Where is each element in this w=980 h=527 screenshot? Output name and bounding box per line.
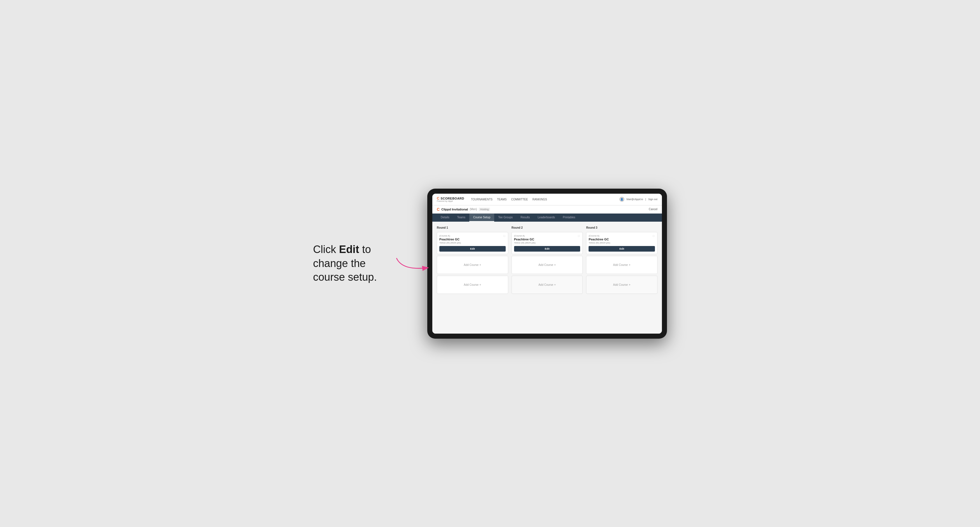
instruction-text: Click Edit tochange thecourse setup. xyxy=(313,243,377,284)
instruction-bold: Edit xyxy=(339,243,359,255)
round-1-delete-icon[interactable]: □ xyxy=(502,234,506,238)
round-1-add-course-2[interactable]: Add Course+ xyxy=(437,276,508,294)
round-3-header: Round 3 xyxy=(586,226,657,229)
round-3-course-tag: (Course A) xyxy=(589,235,655,237)
round-2-add-course-2: Add Course+ xyxy=(512,276,583,294)
round-1-column: Round 1 □ (Course A) Peachtree GC Yellow… xyxy=(437,226,508,294)
round-3-course-name: Peachtree GC xyxy=(589,238,655,241)
rounds-grid: Round 1 □ (Course A) Peachtree GC Yellow… xyxy=(437,226,657,294)
round-1-add-plus-2: + xyxy=(479,283,481,286)
top-nav: C SCOREBOARD Powered by clippd TOURNAMEN… xyxy=(432,194,662,205)
hosting-badge: Hosting xyxy=(479,208,490,211)
round-1-course-details: Yellow (M) (6629 yds) xyxy=(439,241,506,244)
tab-results[interactable]: Results xyxy=(517,214,534,222)
brand: C SCOREBOARD Powered by clippd xyxy=(437,197,464,202)
tablet-screen: C SCOREBOARD Powered by clippd TOURNAMEN… xyxy=(432,194,662,333)
round-1-course-tag: (Course A) xyxy=(439,235,506,237)
round-3-add-course-2: Add Course+ xyxy=(586,276,657,294)
tab-leaderboards[interactable]: Leaderboards xyxy=(534,214,559,222)
brand-title: C SCOREBOARD xyxy=(437,197,464,200)
round-1-edit-button[interactable]: Edit xyxy=(439,246,506,252)
main-content: Round 1 □ (Course A) Peachtree GC Yellow… xyxy=(432,222,662,333)
tab-bar: Details Teams Course Setup Tee Groups Re… xyxy=(432,214,662,222)
tab-printables[interactable]: Printables xyxy=(559,214,579,222)
nav-right: 👤 blair@clippd.io | Sign out xyxy=(619,197,658,202)
c-logo-small: C xyxy=(437,207,440,211)
tab-course-setup[interactable]: Course Setup xyxy=(469,214,494,222)
round-2-edit-button[interactable]: Edit xyxy=(514,246,581,252)
page-wrapper: Click Edit tochange thecourse setup. C S… xyxy=(0,178,980,350)
round-3-column: Round 3 □ (Course A) Peachtree GC Yellow… xyxy=(586,226,657,294)
pink-arrow-icon xyxy=(394,255,433,272)
tournament-info: C Clippd Invitational (Men) Hosting xyxy=(437,207,490,211)
round-2-delete-icon[interactable]: □ xyxy=(577,234,581,238)
round-3-add-course-1[interactable]: Add Course+ xyxy=(586,256,657,274)
round-1-course-card: □ (Course A) Peachtree GC Yellow (M) (66… xyxy=(437,232,508,254)
nav-separator: | xyxy=(645,198,646,201)
nav-tournaments[interactable]: TOURNAMENTS xyxy=(471,197,493,202)
round-1-add-course-text-1: Add Course+ xyxy=(464,263,481,267)
sign-out-link[interactable]: Sign out xyxy=(648,198,657,201)
round-2-add-plus-2: + xyxy=(554,283,556,286)
sub-header: C Clippd Invitational (Men) Hosting Canc… xyxy=(432,205,662,214)
round-1-course-name: Peachtree GC xyxy=(439,238,506,241)
round-2-course-details: Yellow (M) (6629 yds) xyxy=(514,241,581,244)
round-3-course-card: □ (Course A) Peachtree GC Yellow (M) (66… xyxy=(586,232,657,254)
round-3-edit-button[interactable]: Edit xyxy=(589,246,655,252)
round-2-course-tag: (Course A) xyxy=(514,235,581,237)
avatar: 👤 xyxy=(619,197,624,202)
brand-name: SCOREBOARD xyxy=(441,197,464,200)
round-2-column: Round 2 □ (Course A) Peachtree GC Yellow… xyxy=(512,226,583,294)
nav-rankings[interactable]: RANKINGS xyxy=(532,197,547,202)
round-2-add-course-1[interactable]: Add Course+ xyxy=(512,256,583,274)
round-3-add-course-text-1: Add Course+ xyxy=(613,263,630,267)
nav-teams[interactable]: TEAMS xyxy=(497,197,506,202)
tournament-gender: (Men) xyxy=(470,208,477,211)
round-2-header: Round 2 xyxy=(512,226,583,229)
nav-links: TOURNAMENTS TEAMS COMMITTEE RANKINGS xyxy=(471,197,619,202)
tournament-name: Clippd Invitational xyxy=(441,208,468,211)
round-2-course-card: □ (Course A) Peachtree GC Yellow (M) (66… xyxy=(512,232,583,254)
cancel-button[interactable]: Cancel xyxy=(649,208,657,211)
round-3-add-plus-2: + xyxy=(628,283,630,286)
round-1-add-plus-1: + xyxy=(479,263,481,267)
round-1-add-course-1[interactable]: Add Course+ xyxy=(437,256,508,274)
round-1-add-course-text-2: Add Course+ xyxy=(464,283,481,286)
round-1-header: Round 1 xyxy=(437,226,508,229)
round-2-add-plus-1: + xyxy=(554,263,556,267)
round-3-course-details: Yellow (M) (6629 yds) xyxy=(589,241,655,244)
tab-teams[interactable]: Teams xyxy=(453,214,469,222)
round-3-add-plus-1: + xyxy=(628,263,630,267)
round-3-add-course-text-2: Add Course+ xyxy=(613,283,630,286)
nav-committee[interactable]: COMMITTEE xyxy=(511,197,528,202)
round-2-add-course-text-1: Add Course+ xyxy=(538,263,556,267)
brand-subtitle: Powered by clippd xyxy=(437,200,464,202)
brand-c-logo: C xyxy=(437,196,440,200)
instruction-prefix: Click xyxy=(313,243,339,255)
tab-tee-groups[interactable]: Tee Groups xyxy=(494,214,517,222)
tablet-frame: C SCOREBOARD Powered by clippd TOURNAMEN… xyxy=(427,189,667,339)
round-2-add-course-text-2: Add Course+ xyxy=(538,283,556,286)
user-email: blair@clippd.io xyxy=(627,198,643,201)
tab-details[interactable]: Details xyxy=(437,214,453,222)
round-2-course-name: Peachtree GC xyxy=(514,238,581,241)
round-3-delete-icon[interactable]: □ xyxy=(652,234,655,238)
